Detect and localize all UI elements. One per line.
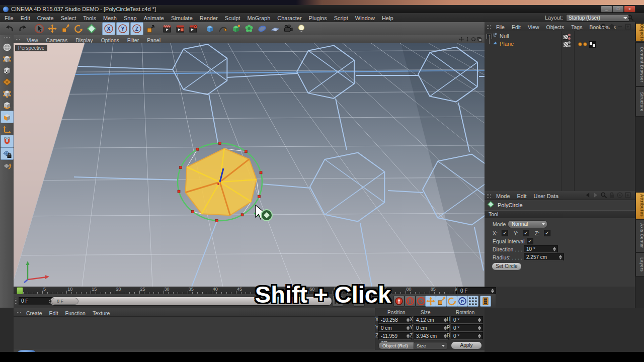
- visibility-dot-editor[interactable]: [568, 41, 571, 44]
- main-menu-item-sculpt[interactable]: Sculpt: [221, 14, 244, 21]
- stepper-icon[interactable]: [559, 255, 562, 259]
- visibility-dot-editor[interactable]: [568, 34, 571, 36]
- move-icon[interactable]: [46, 23, 58, 35]
- apply-button[interactable]: Apply: [451, 341, 482, 349]
- scale-icon[interactable]: [59, 23, 71, 35]
- phong-tag-icon[interactable]: [589, 41, 596, 48]
- expand-panel-icon[interactable]: [624, 191, 632, 199]
- make-editable-icon[interactable]: [1, 41, 13, 53]
- dolly-icon[interactable]: [464, 35, 470, 43]
- viewport-menu-item-filter[interactable]: Filter: [123, 37, 143, 43]
- points-mode-icon[interactable]: [1, 87, 13, 99]
- panel-grip[interactable]: [15, 298, 18, 304]
- radius-field[interactable]: 2.257 cm: [524, 253, 564, 261]
- pan-icon[interactable]: [458, 35, 464, 43]
- main-menu-item-character[interactable]: Character: [274, 14, 305, 21]
- main-menu-item-script[interactable]: Script: [331, 14, 352, 21]
- scene-canvas[interactable]: [14, 43, 485, 287]
- z-checkbox[interactable]: ✓: [544, 230, 550, 236]
- main-menu-item-mograph[interactable]: MoGraph: [244, 14, 274, 21]
- tab-objects[interactable]: Objects: [635, 23, 644, 41]
- panel-grip[interactable]: [16, 37, 21, 41]
- rotate-icon[interactable]: [72, 23, 85, 35]
- viewport-menu-item-panel[interactable]: Panel: [143, 37, 165, 43]
- toggle-views-icon[interactable]: [476, 35, 482, 43]
- key-position-toggle[interactable]: [425, 296, 436, 307]
- object-manager-menu-item-view[interactable]: View: [524, 23, 543, 30]
- point-tag-icon[interactable]: [578, 42, 582, 46]
- panel-grip[interactable]: [487, 194, 492, 198]
- viewport-menu-item-cameras[interactable]: Cameras: [42, 37, 72, 43]
- object-name[interactable]: Null: [500, 33, 509, 39]
- viewport-3d-scene[interactable]: Perspective: [14, 43, 485, 287]
- stepper-icon[interactable]: [553, 247, 556, 251]
- main-menu-item-select[interactable]: Select: [57, 14, 80, 21]
- texture-mode-icon[interactable]: [1, 64, 13, 76]
- maximize-button[interactable]: □: [612, 6, 624, 13]
- main-menu-item-render[interactable]: Render: [196, 14, 221, 21]
- main-menu-item-file[interactable]: File: [1, 14, 17, 21]
- main-menu-item-window[interactable]: Window: [352, 14, 378, 21]
- main-menu-item-create[interactable]: Create: [34, 14, 57, 21]
- main-menu-item-simulate[interactable]: Simulate: [168, 14, 196, 21]
- workplane-rotate-icon[interactable]: [1, 160, 13, 171]
- coordinate-field-rotation-b[interactable]: 0 °: [451, 332, 483, 340]
- coordinate-field-size-y[interactable]: 0 cm: [414, 324, 449, 332]
- visibility-dot-render[interactable]: [568, 37, 571, 40]
- search-icon[interactable]: [600, 23, 608, 31]
- viewport-menu-item-display[interactable]: Display: [71, 37, 97, 43]
- minimize-panel-icon[interactable]: [616, 23, 624, 31]
- equal-interval-checkbox[interactable]: ✓: [527, 238, 533, 244]
- generators-icon[interactable]: [230, 23, 242, 35]
- environment-icon[interactable]: [269, 23, 281, 35]
- set-circle-button[interactable]: Set Circle: [492, 262, 522, 270]
- coordinate-field-size-z[interactable]: 3.943 cm: [414, 332, 449, 340]
- workplane-mode-icon[interactable]: [1, 76, 13, 87]
- tab-axis-center[interactable]: Axis Center: [635, 219, 644, 252]
- minimize-button[interactable]: _: [601, 6, 612, 13]
- coordinate-field-position-z[interactable]: -11.959 cm: [378, 332, 412, 340]
- deformers-icon[interactable]: [243, 23, 255, 35]
- timeline-window-button[interactable]: [480, 296, 491, 307]
- snap-icon[interactable]: [1, 135, 14, 147]
- polygons-mode-icon[interactable]: [1, 111, 14, 123]
- coordinate-field-position-x[interactable]: -10.258 cm: [378, 316, 412, 324]
- polygon-tag-icon[interactable]: [583, 42, 587, 46]
- object-manager-menu-item-objects[interactable]: Objects: [543, 23, 568, 30]
- coordinate-field-rotation-p[interactable]: 0 °: [451, 324, 483, 332]
- object-manager-menu-item-tags[interactable]: Tags: [568, 23, 586, 30]
- current-frame-field[interactable]: 0 F: [19, 297, 54, 305]
- coordinate-field-size-x[interactable]: 4.12 cm: [414, 316, 449, 324]
- coordinate-system-icon[interactable]: [144, 23, 156, 35]
- path-icon[interactable]: [608, 23, 616, 31]
- object-manager-menu-item-file[interactable]: File: [493, 23, 508, 30]
- history-back-icon[interactable]: [584, 191, 592, 199]
- visibility-dot-render[interactable]: [568, 45, 571, 47]
- y-checkbox[interactable]: ✓: [523, 230, 529, 236]
- timeline-slider-handle[interactable]: 0 F: [51, 298, 78, 305]
- object-row-plane[interactable]: Plane: [485, 40, 635, 48]
- lock-workplane-icon[interactable]: [1, 147, 14, 160]
- size-mode-dropdown[interactable]: Size: [414, 342, 447, 349]
- coordinate-field-position-y[interactable]: 0 cm: [378, 324, 412, 332]
- panel-grip[interactable]: [17, 310, 22, 314]
- enable-axis-icon[interactable]: [1, 123, 13, 135]
- direction-field[interactable]: 10 °: [524, 245, 558, 253]
- camera-icon[interactable]: [282, 23, 294, 35]
- render-view-icon[interactable]: [161, 23, 173, 35]
- lock-icon[interactable]: [608, 191, 616, 199]
- material-menu-item-edit[interactable]: Edit: [46, 309, 62, 316]
- key-scale-toggle[interactable]: [436, 296, 447, 307]
- undo-icon[interactable]: [4, 23, 16, 35]
- close-button[interactable]: x: [624, 6, 635, 13]
- coordinate-field-rotation-h[interactable]: 0 °: [451, 316, 483, 324]
- key-pla-toggle[interactable]: [467, 296, 478, 307]
- main-menu-item-tools[interactable]: Tools: [79, 14, 100, 21]
- key-rotation-toggle[interactable]: [446, 296, 457, 307]
- panel-grip[interactable]: [487, 25, 492, 29]
- render-settings-icon[interactable]: [187, 23, 199, 35]
- mode-dropdown[interactable]: Normal: [508, 220, 547, 228]
- layout-dropdown[interactable]: Startup (User): [566, 14, 629, 22]
- spline-primitives-icon[interactable]: [256, 23, 268, 35]
- viewport-menu-item-view[interactable]: View: [23, 37, 42, 43]
